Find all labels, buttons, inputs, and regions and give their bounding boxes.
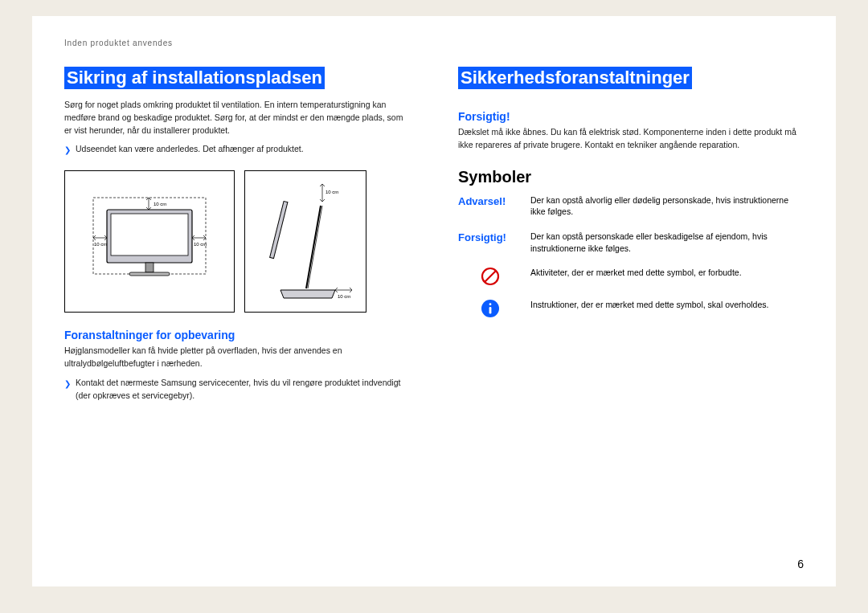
- front-clearance-diagram: 10 cm 10 cm 10 cm: [64, 170, 235, 313]
- svg-line-12: [308, 206, 322, 288]
- svg-text:10 cm: 10 cm: [194, 242, 207, 247]
- bullet-service: ❯ Kontakt det nærmeste Samsung servicece…: [64, 377, 410, 403]
- warning-desc: Der kan opstå alvorlig eller dødelig per…: [530, 194, 804, 218]
- warning-label: Advarsel!: [458, 194, 522, 209]
- left-intro: Sørg for noget plads omkring produktet t…: [64, 99, 410, 137]
- symbols-title: Symboler: [458, 168, 804, 186]
- svg-line-11: [306, 206, 321, 288]
- symbols-table: Advarsel! Der kan opstå alvorlig eller d…: [458, 194, 804, 319]
- svg-text:10 cm: 10 cm: [326, 190, 338, 194]
- svg-rect-2: [111, 214, 188, 255]
- right-column: Sikkerhedsforanstaltninger Forsigtig! Dæ…: [458, 67, 804, 407]
- chapter-header: Inden produktet anvendes: [64, 39, 804, 47]
- side-clearance-diagram: 10 cm 10 cm: [244, 170, 366, 313]
- prohibit-desc: Aktiviteter, der er mærket med dette sym…: [530, 267, 804, 279]
- content-columns: Sikring af installationspladsen Sørg for…: [64, 67, 804, 407]
- clearance-diagrams: 10 cm 10 cm 10 cm: [64, 170, 410, 313]
- svg-rect-21: [489, 304, 492, 306]
- info-icon: [458, 299, 522, 318]
- svg-rect-4: [129, 272, 170, 276]
- caution-label: Forsigtig!: [458, 110, 804, 123]
- caution2-label: Forsigtig!: [458, 231, 522, 245]
- bullet-icon: ❯: [64, 144, 71, 156]
- svg-text:10 cm: 10 cm: [94, 242, 107, 247]
- bullet-text: Kontakt det nærmeste Samsung servicecent…: [76, 377, 410, 403]
- storage-subtitle: Foranstaltninger for opbevaring: [64, 329, 410, 341]
- svg-text:10 cm: 10 cm: [154, 202, 166, 206]
- bullet-appearance: ❯ Udseendet kan være anderledes. Det afh…: [64, 143, 410, 156]
- caution2-desc: Der kan opstå personskade eller beskadig…: [530, 231, 804, 254]
- svg-rect-3: [145, 263, 154, 272]
- svg-rect-13: [269, 201, 287, 258]
- info-desc: Instruktioner, der er mærket med dette s…: [530, 299, 804, 311]
- prohibit-icon: [458, 267, 522, 286]
- left-title: Sikring af installationspladsen: [64, 67, 325, 89]
- right-title: Sikkerhedsforanstaltninger: [458, 67, 692, 89]
- left-column: Sikring af installationspladsen Sørg for…: [64, 67, 410, 407]
- page-number: 6: [797, 558, 804, 570]
- svg-rect-22: [489, 307, 492, 314]
- caution-body: Dækslet må ikke åbnes. Du kan få elektri…: [458, 126, 804, 152]
- bullet-text: Udseendet kan være anderledes. Det afhæn…: [76, 143, 304, 156]
- storage-body: Højglansmodeller kan få hvide pletter på…: [64, 345, 410, 370]
- svg-line-19: [485, 271, 496, 282]
- bullet-icon: ❯: [64, 378, 71, 390]
- svg-text:10 cm: 10 cm: [338, 294, 350, 299]
- manual-page: Inden produktet anvendes Sikring af inst…: [32, 16, 836, 586]
